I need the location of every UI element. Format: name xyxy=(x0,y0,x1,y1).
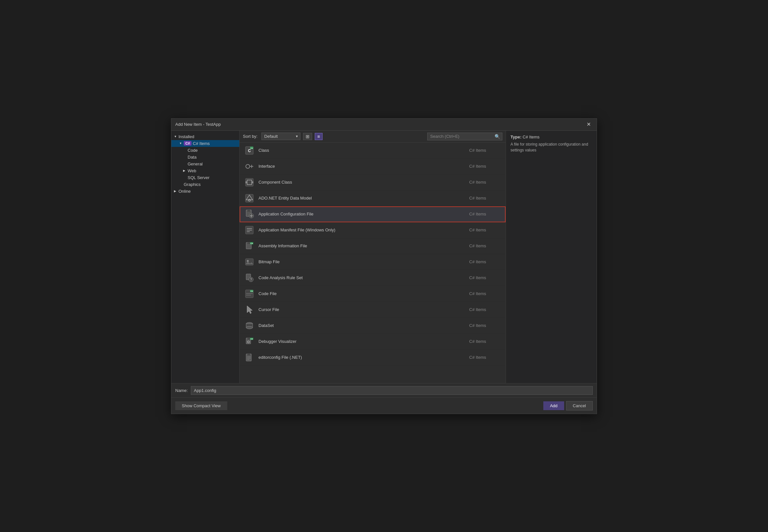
svg-text:C#: C# xyxy=(250,338,253,340)
list-item[interactable]: Application Manifest File (Windows Only)… xyxy=(240,222,506,238)
item-name: Debugger Visualizer xyxy=(258,339,466,344)
svg-text:C#: C# xyxy=(250,290,253,292)
sidebar-item-online[interactable]: ▶ Online xyxy=(171,188,239,195)
item-name: Code File xyxy=(258,291,466,296)
sidebar-item-data[interactable]: Data xyxy=(171,154,239,161)
list-item[interactable]: ADO.NET Entity Data Model C# Items xyxy=(240,190,506,206)
list-item[interactable]: Cursor File C# Items xyxy=(240,302,506,318)
grid-view-button[interactable]: ⊞ xyxy=(303,133,312,140)
svg-point-40 xyxy=(246,326,253,329)
svg-rect-47 xyxy=(247,354,250,355)
item-category: C# Items xyxy=(469,164,502,169)
item-name: Code Analysis Rule Set xyxy=(258,275,466,280)
item-icon-dataset xyxy=(243,320,255,331)
item-icon-interface xyxy=(243,161,255,172)
add-new-item-dialog: Add New Item - TestApp ✕ ▼ Installed ▼ C… xyxy=(171,118,597,414)
item-name: Assembly Information File xyxy=(258,243,466,248)
sidebar-item-installed[interactable]: ▼ Installed xyxy=(171,133,239,140)
item-icon-editorconfig xyxy=(243,352,255,363)
svg-rect-9 xyxy=(245,181,247,183)
info-description: A file for storing application configura… xyxy=(511,141,592,153)
svg-text:C#: C# xyxy=(250,147,253,149)
svg-rect-23 xyxy=(247,242,250,244)
footer: Show Compact View Add Cancel xyxy=(171,397,597,414)
sidebar-item-csharp-items[interactable]: ▼ C# C# Items xyxy=(171,140,239,147)
list-view-button[interactable]: ≡ xyxy=(315,133,322,140)
sidebar-item-general[interactable]: General xyxy=(171,161,239,167)
item-name: Component Class xyxy=(258,180,466,185)
item-category: C# Items xyxy=(469,212,502,216)
item-icon-class: C C# xyxy=(243,145,255,156)
item-icon-assembly: C# xyxy=(243,240,255,252)
title-bar: Add New Item - TestApp ✕ xyxy=(171,119,597,131)
item-icon-ado xyxy=(243,192,255,204)
item-icon-manifest xyxy=(243,224,255,236)
item-category: C# Items xyxy=(469,196,502,201)
sidebar-item-code[interactable]: Code xyxy=(171,147,239,154)
item-name: Application Manifest File (Windows Only) xyxy=(258,227,466,232)
name-label: Name: xyxy=(175,388,188,393)
list-item[interactable]: Bitmap File C# Items xyxy=(240,254,506,270)
arrow-csharp: ▼ xyxy=(179,142,182,145)
arrow-installed: ▼ xyxy=(174,135,177,138)
sort-select[interactable]: Default Name Type xyxy=(261,133,300,140)
type-value: C# Items xyxy=(523,135,540,139)
item-icon-bitmap xyxy=(243,256,255,268)
svg-marker-37 xyxy=(247,306,252,314)
toolbar: Sort by: Default Name Type ▼ ⊞ ≡ 🔍 xyxy=(240,131,506,143)
item-category: C# Items xyxy=(469,148,502,153)
item-name: Interface xyxy=(258,164,466,169)
csharp-badge: C# xyxy=(184,141,191,146)
sort-label: Sort by: xyxy=(243,134,257,139)
name-input[interactable] xyxy=(191,386,593,395)
info-type: Type: C# Items xyxy=(511,135,592,139)
item-category: C# Items xyxy=(469,339,502,344)
svg-text:?: ? xyxy=(250,278,252,281)
item-name: editorconfig File (.NET) xyxy=(258,355,466,360)
svg-rect-15 xyxy=(247,210,250,212)
sidebar-label-data: Data xyxy=(188,155,196,160)
sidebar-item-web[interactable]: ▶ Web xyxy=(171,167,239,174)
item-category: C# Items xyxy=(469,259,502,264)
item-icon-analysis: ? xyxy=(243,272,255,284)
list-item-app-config[interactable]: Application Configuration File C# Items xyxy=(240,206,506,222)
list-item[interactable]: Component Class C# Items xyxy=(240,175,506,190)
close-button[interactable]: ✕ xyxy=(585,121,593,128)
item-name: Class xyxy=(258,148,466,153)
sidebar-item-sql-server[interactable]: SQL Server xyxy=(171,174,239,181)
item-category: C# Items xyxy=(469,243,502,248)
list-item[interactable]: editorconfig File (.NET) C# Items xyxy=(240,350,506,366)
sidebar-label-sql: SQL Server xyxy=(188,175,209,180)
list-item[interactable]: Interface C# Items xyxy=(240,159,506,175)
sidebar: ▼ Installed ▼ C# C# Items Code Data xyxy=(171,131,240,383)
list-item[interactable]: C# Code File C# Items xyxy=(240,286,506,302)
item-category: C# Items xyxy=(469,355,502,360)
sidebar-label-code: Code xyxy=(188,148,198,153)
cancel-button[interactable]: Cancel xyxy=(566,401,593,410)
list-item[interactable]: C# Debugger Visualizer C# Items xyxy=(240,334,506,350)
list-item[interactable]: C C# Class C# Items xyxy=(240,143,506,159)
search-input[interactable] xyxy=(428,133,493,140)
item-name: Application Configuration File xyxy=(258,212,466,216)
item-category: C# Items xyxy=(469,323,502,328)
item-icon-debugger: C# xyxy=(243,336,255,347)
list-item[interactable]: DataSet C# Items xyxy=(240,318,506,334)
list-item[interactable]: ? Code Analysis Rule Set C# Items xyxy=(240,270,506,286)
item-name: Cursor File xyxy=(258,307,466,312)
add-button[interactable]: Add xyxy=(543,401,564,410)
item-list: C C# Class C# Items xyxy=(240,143,506,383)
sidebar-item-graphics[interactable]: Graphics xyxy=(171,181,239,188)
name-bar: Name: xyxy=(171,383,597,397)
search-icon: 🔍 xyxy=(493,133,502,140)
sidebar-label-online: Online xyxy=(178,189,191,194)
right-panel: Sort by: Default Name Type ▼ ⊞ ≡ 🔍 xyxy=(240,131,597,383)
svg-text:C: C xyxy=(248,149,251,153)
item-category: C# Items xyxy=(469,180,502,185)
svg-rect-42 xyxy=(247,338,250,339)
svg-text:C#: C# xyxy=(250,242,253,244)
sort-select-wrap: Default Name Type ▼ xyxy=(261,133,300,140)
item-icon-config xyxy=(243,208,255,220)
compact-view-button[interactable]: Show Compact View xyxy=(175,401,227,410)
sidebar-label-web: Web xyxy=(188,168,196,173)
list-item[interactable]: C# Assembly Information File C# Items xyxy=(240,238,506,254)
